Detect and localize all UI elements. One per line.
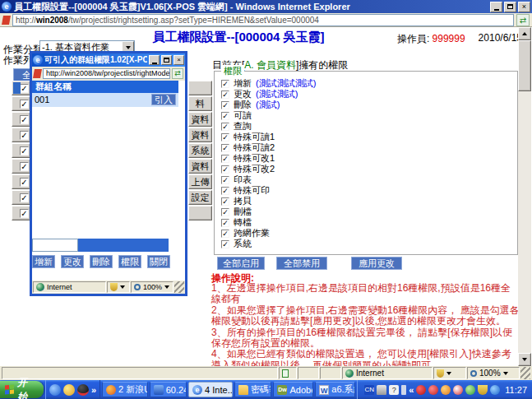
thunder-tray-icon[interactable] <box>490 385 500 395</box>
permission-button[interactable]: 權限 <box>118 255 141 268</box>
disable-all-button[interactable]: 全部禁用 <box>276 257 327 270</box>
apply-changes-button[interactable]: 應用更改 <box>351 257 402 270</box>
operation-button-fragment[interactable]: 上傳 <box>188 174 212 189</box>
dialog-close-button[interactable]: × <box>173 55 184 65</box>
dialog-zoom-segment[interactable]: 100% <box>131 281 173 293</box>
permission-checkbox[interactable]: ✓ <box>221 112 229 120</box>
operation-button-fragment[interactable]: 料 <box>188 96 212 111</box>
media-tray-icon[interactable] <box>465 385 475 395</box>
close-button[interactable]: × <box>518 2 530 12</box>
operation-checkbox[interactable]: ✓ <box>20 84 29 93</box>
operation-row-cell[interactable]: ✓ <box>12 128 30 142</box>
permission-checkbox[interactable]: ✓ <box>221 165 229 174</box>
operation-checkbox[interactable]: ✓ <box>20 131 29 140</box>
input-method-indicator[interactable]: CN <box>364 385 374 395</box>
modify-button[interactable]: 更改 <box>61 255 84 268</box>
taskbar-clock[interactable]: 11:27 <box>505 385 527 395</box>
operation-checkbox[interactable]: ✓ <box>20 209 29 218</box>
operation-button-fragment[interactable]: 資料 <box>188 128 212 142</box>
help-icon[interactable]: ? <box>389 385 399 395</box>
task-adobe[interactable]: DwAdobe D... <box>273 382 313 397</box>
dialog-maximize-button[interactable] <box>161 55 172 65</box>
qq-tray-icon[interactable] <box>416 385 426 395</box>
operation-row-cell[interactable]: ✓ <box>12 206 30 220</box>
operation-checkbox[interactable]: ✓ <box>20 115 29 124</box>
permission-checkbox[interactable]: ✓ <box>221 230 229 238</box>
operation-checkbox[interactable]: ✓ <box>20 162 29 171</box>
operation-row-cell[interactable]: ✓ <box>12 159 30 174</box>
dialog-address-input[interactable]: http://win2008/tw/projectlist/rightMode <box>43 68 170 79</box>
operation-checkbox[interactable]: ✓ <box>20 100 29 109</box>
group-name-input[interactable] <box>32 239 78 252</box>
close-dialog-button[interactable]: 關閉 <box>147 255 170 268</box>
dialog-protected-segment[interactable] <box>107 281 130 293</box>
permission-checkbox[interactable]: ✓ <box>221 240 229 248</box>
dialog-minimize-button[interactable] <box>149 55 160 65</box>
scroll-down-icon[interactable] <box>518 353 531 366</box>
permission-checkbox[interactable]: ✓ <box>221 101 229 109</box>
group-row[interactable]: 001 引入 <box>32 93 178 107</box>
permission-checkbox[interactable]: ✓ <box>221 219 229 227</box>
operation-row-cell[interactable]: ✓ <box>12 174 30 189</box>
qq-tray-icon-2[interactable] <box>428 385 438 395</box>
operation-row-cell[interactable]: ✓ <box>12 190 30 205</box>
operation-button-fragment[interactable] <box>188 206 212 220</box>
permission-checkbox[interactable]: ✓ <box>221 197 229 206</box>
dialog-titlebar[interactable]: e 可引入的群組權限1.02[X-POS 雲.. × <box>32 53 185 67</box>
permission-checkbox[interactable]: ✓ <box>221 80 229 88</box>
permission-checkbox[interactable]: ✓ <box>221 155 229 163</box>
permission-checkbox[interactable]: ✓ <box>221 187 229 195</box>
security-shield-tray-icon[interactable] <box>478 385 488 395</box>
vertical-scrollbar[interactable] <box>518 27 531 366</box>
page-compatibility-icon[interactable]: ⇄ <box>172 68 183 79</box>
operation-button-fragment[interactable]: 資料 <box>188 159 212 174</box>
operation-button-fragment[interactable]: 設定 <box>188 190 212 205</box>
permission-checkbox[interactable]: ✓ <box>221 176 229 184</box>
task-word-doc[interactable]: Wa6.系統... <box>315 382 355 397</box>
operation-checkbox[interactable]: ✓ <box>20 178 29 187</box>
add-button[interactable]: 增新 <box>32 255 55 268</box>
start-button[interactable]: 开始 <box>0 381 44 398</box>
operation-row-cell[interactable]: ✓ <box>12 112 30 127</box>
operation-row-cell[interactable]: ✓ <box>12 81 30 95</box>
task-folder[interactable]: 密碼等... <box>234 382 271 397</box>
operation-button-fragment[interactable]: 系統 <box>188 143 212 158</box>
task-internet-explorer[interactable]: e4 Inte... <box>188 382 233 397</box>
main-window-titlebar[interactable]: e 員工權限設置--[000004 吳玉霞]V1.06[X-POS 雲端網] -… <box>0 0 532 13</box>
pet-tray-icon[interactable] <box>441 385 451 395</box>
ie-quicklaunch-icon[interactable] <box>49 384 61 396</box>
messenger-icon[interactable] <box>63 384 75 396</box>
operation-button-fragment[interactable] <box>188 81 212 95</box>
permission-checkbox[interactable]: ✓ <box>221 208 229 216</box>
task-sina-uc[interactable]: 2 新浪UC <box>102 382 148 397</box>
enable-all-button[interactable]: 全部启用 <box>217 257 265 270</box>
quicklaunch-overflow-icon[interactable]: » <box>91 385 96 395</box>
protected-mode-segment[interactable] <box>433 367 466 379</box>
minimize-button[interactable] <box>490 2 502 12</box>
operation-row-cell[interactable]: ✓ <box>12 143 30 158</box>
printer-icon[interactable] <box>377 385 386 395</box>
resize-grip[interactable] <box>520 367 530 379</box>
permission-checkbox[interactable]: ✓ <box>221 123 229 131</box>
operation-checkbox[interactable]: ✓ <box>20 146 29 155</box>
delete-button[interactable]: 刪除 <box>90 255 113 268</box>
task-remote[interactable]: 60.248.... <box>150 382 187 397</box>
permission-checkbox[interactable]: ✓ <box>221 144 229 152</box>
qq-penguin-icon[interactable] <box>77 384 89 396</box>
operation-checkbox[interactable]: ✓ <box>20 193 29 202</box>
import-button[interactable]: 引入 <box>151 94 176 105</box>
address-input[interactable]: http://win2008/tw/projectlist/rightsetti… <box>12 14 514 26</box>
permission-checkbox[interactable]: ✓ <box>221 133 229 142</box>
operation-button-fragment[interactable]: 資料 <box>188 112 212 127</box>
scroll-up-icon[interactable] <box>518 27 531 40</box>
permission-checkbox[interactable]: ✓ <box>221 90 229 99</box>
page-compatibility-icon[interactable]: ⇄ <box>516 14 530 26</box>
eject-icon[interactable] <box>401 385 406 395</box>
scrollbar-thumb[interactable] <box>518 40 531 91</box>
maximize-button[interactable] <box>504 2 516 12</box>
operation-row-cell[interactable]: ✓ <box>12 96 30 111</box>
zoom-segment[interactable]: 100% <box>467 367 520 379</box>
dialog-resize-grip[interactable] <box>174 281 184 293</box>
ladybug-tray-icon[interactable] <box>453 385 463 395</box>
tray-overflow-icon[interactable]: « <box>409 385 414 395</box>
